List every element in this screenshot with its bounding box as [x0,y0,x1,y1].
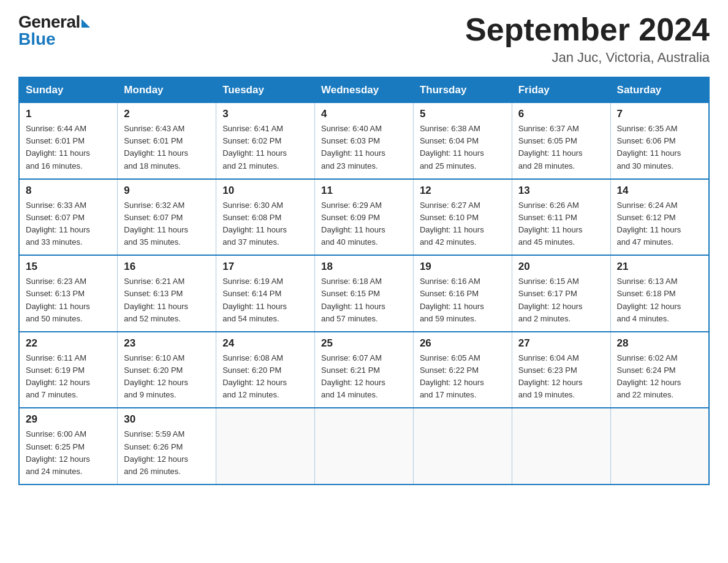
calendar-cell: 14Sunrise: 6:24 AMSunset: 6:12 PMDayligh… [610,179,709,256]
day-number: 13 [518,185,604,197]
title-section: September 2024 Jan Juc, Victoria, Austra… [465,12,710,66]
calendar-cell: 4Sunrise: 6:40 AMSunset: 6:03 PMDaylight… [315,103,414,179]
calendar-cell: 12Sunrise: 6:27 AMSunset: 6:10 PMDayligh… [413,179,512,256]
day-info: Sunrise: 6:40 AMSunset: 6:03 PMDaylight:… [321,123,407,172]
calendar-cell: 16Sunrise: 6:21 AMSunset: 6:13 PMDayligh… [118,255,216,332]
calendar-cell: 5Sunrise: 6:38 AMSunset: 6:04 PMDaylight… [413,103,512,179]
day-number: 2 [124,108,210,120]
week-row-2: 8Sunrise: 6:33 AMSunset: 6:07 PMDaylight… [19,179,709,256]
header-friday: Friday [512,77,610,103]
week-row-1: 1Sunrise: 6:44 AMSunset: 6:01 PMDaylight… [19,103,709,179]
day-number: 18 [321,261,407,273]
calendar-cell [216,408,315,484]
day-info: Sunrise: 6:38 AMSunset: 6:04 PMDaylight:… [420,123,506,172]
day-info: Sunrise: 6:37 AMSunset: 6:05 PMDaylight:… [518,123,604,172]
day-info: Sunrise: 6:21 AMSunset: 6:13 PMDaylight:… [124,275,210,325]
day-info: Sunrise: 6:05 AMSunset: 6:22 PMDaylight:… [420,352,506,402]
calendar-cell: 11Sunrise: 6:29 AMSunset: 6:09 PMDayligh… [315,179,414,256]
header-thursday: Thursday [413,77,512,103]
day-number: 26 [420,337,506,350]
calendar-table: SundayMondayTuesdayWednesdayThursdayFrid… [18,77,710,485]
page-header: General Blue September 2024 Jan Juc, Vic… [18,12,710,66]
calendar-cell: 28Sunrise: 6:02 AMSunset: 6:24 PMDayligh… [610,332,709,408]
day-number: 12 [420,185,506,197]
calendar-cell: 15Sunrise: 6:23 AMSunset: 6:13 PMDayligh… [19,255,118,332]
calendar-cell: 3Sunrise: 6:41 AMSunset: 6:02 PMDaylight… [216,103,315,179]
day-number: 17 [222,261,308,273]
day-info: Sunrise: 6:29 AMSunset: 6:09 PMDaylight:… [321,199,407,249]
day-number: 4 [321,108,407,120]
day-info: Sunrise: 6:26 AMSunset: 6:11 PMDaylight:… [518,199,604,249]
day-number: 6 [518,108,604,120]
calendar-cell: 21Sunrise: 6:13 AMSunset: 6:18 PMDayligh… [610,255,709,332]
day-info: Sunrise: 6:23 AMSunset: 6:13 PMDaylight:… [26,275,111,325]
day-number: 22 [26,337,111,350]
calendar-cell: 18Sunrise: 6:18 AMSunset: 6:15 PMDayligh… [315,255,414,332]
day-info: Sunrise: 6:35 AMSunset: 6:06 PMDaylight:… [617,123,702,172]
logo-blue-text: Blue [18,29,56,49]
day-number: 25 [321,337,407,350]
calendar-cell: 1Sunrise: 6:44 AMSunset: 6:01 PMDaylight… [19,103,118,179]
calendar-cell: 13Sunrise: 6:26 AMSunset: 6:11 PMDayligh… [512,179,610,256]
day-info: Sunrise: 5:59 AMSunset: 6:26 PMDaylight:… [124,428,210,478]
calendar-cell: 26Sunrise: 6:05 AMSunset: 6:22 PMDayligh… [413,332,512,408]
day-info: Sunrise: 6:32 AMSunset: 6:07 PMDaylight:… [124,199,210,249]
day-number: 24 [222,337,308,350]
calendar-cell: 20Sunrise: 6:15 AMSunset: 6:17 PMDayligh… [512,255,610,332]
week-row-3: 15Sunrise: 6:23 AMSunset: 6:13 PMDayligh… [19,255,709,332]
day-info: Sunrise: 6:15 AMSunset: 6:17 PMDaylight:… [518,275,604,325]
day-number: 21 [617,261,702,273]
header-tuesday: Tuesday [216,77,315,103]
day-number: 10 [222,185,308,197]
week-row-5: 29Sunrise: 6:00 AMSunset: 6:25 PMDayligh… [19,408,709,484]
calendar-cell: 17Sunrise: 6:19 AMSunset: 6:14 PMDayligh… [216,255,315,332]
day-info: Sunrise: 6:44 AMSunset: 6:01 PMDaylight:… [26,123,111,172]
day-info: Sunrise: 6:30 AMSunset: 6:08 PMDaylight:… [222,199,308,249]
day-info: Sunrise: 6:16 AMSunset: 6:16 PMDaylight:… [420,275,506,325]
header-saturday: Saturday [610,77,709,103]
day-info: Sunrise: 6:13 AMSunset: 6:18 PMDaylight:… [617,275,702,325]
calendar-cell: 22Sunrise: 6:11 AMSunset: 6:19 PMDayligh… [19,332,118,408]
day-number: 15 [26,261,111,273]
calendar-cell: 9Sunrise: 6:32 AMSunset: 6:07 PMDaylight… [118,179,216,256]
month-title: September 2024 [465,12,710,47]
day-number: 19 [420,261,506,273]
day-info: Sunrise: 6:11 AMSunset: 6:19 PMDaylight:… [26,352,111,402]
day-number: 14 [617,185,702,197]
calendar-cell: 29Sunrise: 6:00 AMSunset: 6:25 PMDayligh… [19,408,118,484]
day-info: Sunrise: 6:04 AMSunset: 6:23 PMDaylight:… [518,352,604,402]
calendar-cell [610,408,709,484]
day-info: Sunrise: 6:33 AMSunset: 6:07 PMDaylight:… [26,199,111,249]
day-number: 23 [124,337,210,350]
day-number: 29 [26,413,111,426]
day-info: Sunrise: 6:24 AMSunset: 6:12 PMDaylight:… [617,199,702,249]
header-wednesday: Wednesday [315,77,414,103]
day-info: Sunrise: 6:27 AMSunset: 6:10 PMDaylight:… [420,199,506,249]
week-row-4: 22Sunrise: 6:11 AMSunset: 6:19 PMDayligh… [19,332,709,408]
location: Jan Juc, Victoria, Australia [465,50,710,66]
logo-triangle-icon [82,19,90,28]
calendar-cell: 6Sunrise: 6:37 AMSunset: 6:05 PMDaylight… [512,103,610,179]
day-number: 16 [124,261,210,273]
calendar-cell: 24Sunrise: 6:08 AMSunset: 6:20 PMDayligh… [216,332,315,408]
day-info: Sunrise: 6:10 AMSunset: 6:20 PMDaylight:… [124,352,210,402]
calendar-cell [512,408,610,484]
calendar-cell: 30Sunrise: 5:59 AMSunset: 6:26 PMDayligh… [118,408,216,484]
calendar-cell: 8Sunrise: 6:33 AMSunset: 6:07 PMDaylight… [19,179,118,256]
calendar-cell: 19Sunrise: 6:16 AMSunset: 6:16 PMDayligh… [413,255,512,332]
header-monday: Monday [118,77,216,103]
day-number: 7 [617,108,702,120]
day-number: 20 [518,261,604,273]
day-info: Sunrise: 6:00 AMSunset: 6:25 PMDaylight:… [26,428,111,478]
day-number: 1 [26,108,111,120]
calendar-cell [413,408,512,484]
calendar-cell: 23Sunrise: 6:10 AMSunset: 6:20 PMDayligh… [118,332,216,408]
day-info: Sunrise: 6:43 AMSunset: 6:01 PMDaylight:… [124,123,210,172]
calendar-cell: 10Sunrise: 6:30 AMSunset: 6:08 PMDayligh… [216,179,315,256]
day-info: Sunrise: 6:02 AMSunset: 6:24 PMDaylight:… [617,352,702,402]
calendar-cell [315,408,414,484]
calendar-cell: 25Sunrise: 6:07 AMSunset: 6:21 PMDayligh… [315,332,414,408]
logo: General Blue [18,12,90,49]
calendar-cell: 2Sunrise: 6:43 AMSunset: 6:01 PMDaylight… [118,103,216,179]
day-number: 30 [124,413,210,426]
